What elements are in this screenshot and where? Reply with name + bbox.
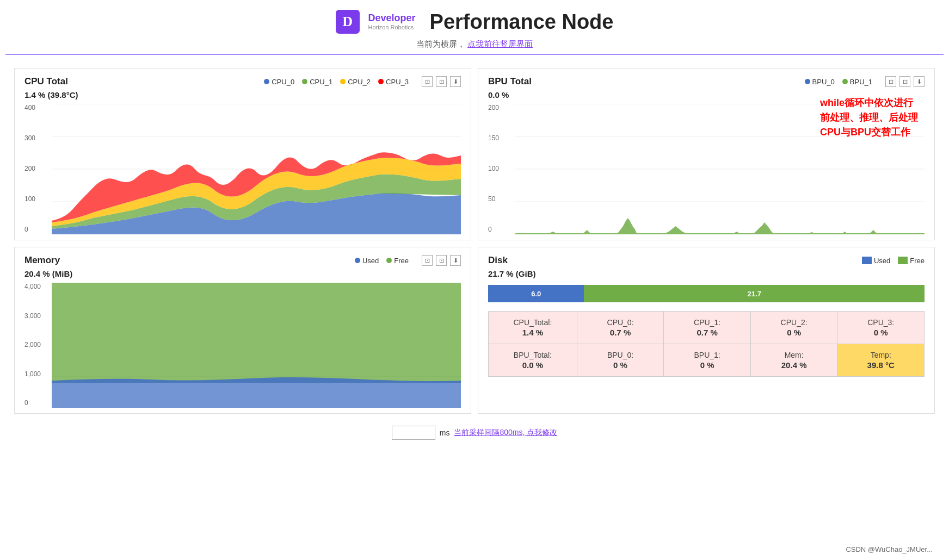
bpu0-dot	[805, 79, 810, 84]
disk-free-label: Free	[910, 257, 925, 265]
cpu-panel-icons[interactable]: ⊡ ⊡ ⬇	[422, 76, 461, 87]
cpu3-label: CPU_3	[386, 78, 409, 86]
brand-name: Developer	[368, 13, 416, 24]
cpu0-cell: CPU_0: 0.7 %	[577, 312, 664, 344]
memory-panel-header: Memory Used Free ⊡ ⊡ ⬇	[24, 255, 461, 266]
cpu-zoom-out-icon[interactable]: ⊡	[436, 76, 447, 87]
svg-rect-15	[52, 283, 461, 383]
cpu-y-axis: 400 300 200 100 0	[24, 104, 52, 234]
temp-cell: Temp: 39.8 °C	[837, 344, 925, 377]
cpu2-legend: CPU_2	[340, 78, 371, 86]
bpu-panel-header: BPU Total BPU_0 BPU_1 ⊡ ⊡ ⬇	[488, 76, 925, 87]
cpu0-label: CPU_0	[272, 78, 294, 86]
cpu-zoom-in-icon[interactable]: ⊡	[422, 76, 433, 87]
bpu-panel-subtitle: 0.0 %	[488, 90, 925, 99]
memory-panel: Memory Used Free ⊡ ⊡ ⬇	[14, 247, 471, 414]
cpu3-stat-value: 0 %	[874, 328, 888, 337]
interval-link[interactable]: 当前采样间隔800ms, 点我修改	[454, 428, 557, 438]
bpu-panel-icons[interactable]: ⊡ ⊡ ⬇	[885, 76, 925, 87]
memory-panel-subtitle: 20.4 % (MiB)	[24, 269, 461, 278]
cpu-legend-icons: CPU_0 CPU_1 CPU_2 CPU_3	[264, 76, 461, 87]
memory-panel-icons[interactable]: ⊡ ⊡ ⬇	[422, 255, 461, 266]
cpu2-dot	[340, 79, 346, 84]
cpu-chart-area: 400 300 200 100 0	[24, 104, 461, 234]
disk-panel: Disk Used Free 21.7 % (GiB) 6.0 21.7	[478, 247, 935, 414]
bpu0-legend: BPU_0	[805, 78, 835, 86]
bpu1-dot	[842, 79, 848, 84]
logo-letter: D	[342, 14, 353, 30]
disk-bar-used: 6.0	[488, 285, 584, 302]
memory-legend-icons: Used Free ⊡ ⊡ ⬇	[355, 255, 461, 266]
memory-chart-area: 4,000 3,000 2,000 1,000 0	[24, 283, 461, 408]
main-grid: CPU Total CPU_0 CPU_1 CPU_2	[0, 65, 949, 417]
disk-title-block: Disk	[488, 255, 508, 266]
cpu1-stat-label: CPU_1:	[669, 318, 745, 327]
bpu0-cell: BPU_0: 0 %	[577, 344, 664, 377]
bpu-legend-icons: BPU_0 BPU_1 ⊡ ⊡ ⬇	[805, 76, 925, 87]
bpu1-stat-label: BPU_1:	[669, 351, 745, 359]
mem-used-dot	[355, 258, 360, 263]
memory-zoom-out-icon[interactable]: ⊡	[436, 255, 447, 266]
mem-used-label: Used	[362, 257, 379, 265]
cpu-total-label: CPU_Total:	[494, 318, 571, 327]
logo-text: Developer Horizon Robotics	[368, 13, 416, 30]
cpu0-stat-value: 0.7 %	[610, 328, 631, 337]
cpu1-dot	[302, 79, 307, 84]
page-header: D Developer Horizon Robotics Performance…	[0, 0, 949, 39]
bpu-zoom-in-icon[interactable]: ⊡	[885, 76, 896, 87]
memory-legend: Used Free	[355, 257, 409, 265]
cpu2-stat-label: CPU_2:	[756, 318, 832, 327]
bpu-legend: BPU_0 BPU_1	[805, 78, 872, 86]
disk-used-legend: Used	[862, 257, 890, 265]
temp-label: Temp:	[843, 351, 919, 359]
disk-bar: 6.0 21.7	[488, 285, 925, 302]
disk-used-swatch	[862, 257, 872, 264]
cpu-total-cell: CPU_Total: 1.4 %	[489, 312, 577, 344]
footer-credit: CSDN @WuChao_JMUer...	[846, 545, 933, 553]
cpu0-stat-label: CPU_0:	[583, 318, 658, 327]
bpu1-stat-value: 0 %	[700, 360, 714, 370]
memory-title-block: Memory	[24, 255, 60, 266]
memory-panel-title: Memory	[24, 255, 60, 265]
cpu-panel-title: CPU Total	[24, 76, 68, 86]
disk-panel-header: Disk Used Free	[488, 255, 925, 266]
cpu-download-icon[interactable]: ⬇	[450, 76, 461, 87]
bpu-zoom-out-icon[interactable]: ⊡	[899, 76, 910, 87]
interval-input[interactable]	[392, 426, 435, 440]
memory-download-icon[interactable]: ⬇	[450, 255, 461, 266]
vertical-screen-link[interactable]: 点我前往竖屏界面	[467, 39, 533, 48]
memory-zoom-in-icon[interactable]: ⊡	[422, 255, 433, 266]
cpu3-stat-label: CPU_3:	[843, 318, 919, 327]
subtitle-bar: 当前为横屏， 点我前往竖屏界面	[0, 39, 949, 49]
memory-chart-canvas	[52, 283, 461, 408]
cpu3-dot	[378, 79, 384, 84]
cpu3-cell: CPU_3: 0 %	[837, 312, 925, 344]
cpu1-label: CPU_1	[310, 78, 332, 86]
cpu2-label: CPU_2	[348, 78, 371, 86]
cpu-title-block: CPU Total	[24, 76, 68, 87]
disk-used-value: 6.0	[531, 290, 541, 298]
mem-stat-value: 20.4 %	[781, 360, 807, 370]
cpu-panel-subtitle: 1.4 % (39.8°C)	[24, 90, 461, 99]
cpu2-cell: CPU_2: 0 %	[750, 312, 837, 344]
bpu-download-icon[interactable]: ⬇	[914, 76, 925, 87]
bpu-total-cell: BPU_Total: 0.0 %	[489, 344, 577, 377]
disk-free-value: 21.7	[748, 290, 761, 298]
bpu-panel-title: BPU Total	[488, 76, 532, 86]
logo-box: D	[336, 10, 360, 34]
cpu-chart-canvas	[52, 104, 461, 234]
stats-row-1: CPU_Total: 1.4 % CPU_0: 0.7 % CPU_1: 0.7…	[489, 312, 925, 344]
bpu-total-label: BPU_Total:	[494, 351, 571, 359]
stats-table: CPU_Total: 1.4 % CPU_0: 0.7 % CPU_1: 0.7…	[488, 311, 925, 377]
bpu0-label: BPU_0	[812, 78, 835, 86]
mem-free-dot	[386, 258, 392, 263]
cpu-panel-header: CPU Total CPU_0 CPU_1 CPU_2	[24, 76, 461, 87]
bpu1-cell: BPU_1: 0 %	[664, 344, 751, 377]
bpu1-label: BPU_1	[850, 78, 872, 86]
bpu-chart-canvas	[515, 104, 925, 234]
bpu0-stat-label: BPU_0:	[583, 351, 658, 359]
cpu1-legend: CPU_1	[302, 78, 332, 86]
header-divider	[5, 54, 944, 55]
disk-used-label: Used	[874, 257, 890, 265]
disk-free-legend: Free	[898, 257, 925, 265]
